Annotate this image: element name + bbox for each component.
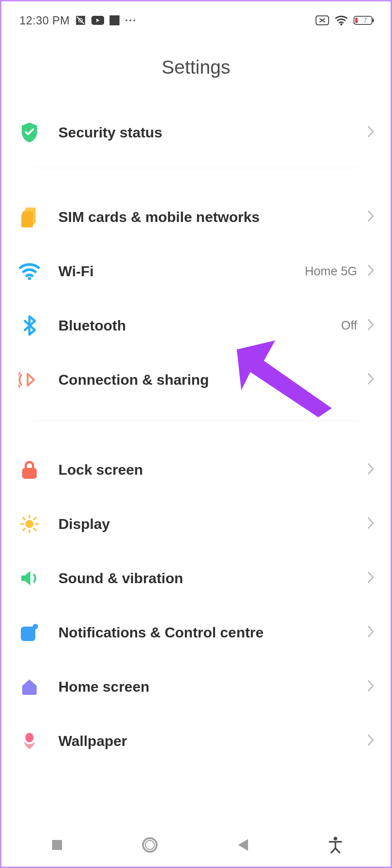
settings-item-display[interactable]: Display: [18, 497, 374, 551]
app-square-icon: [110, 15, 120, 25]
shield-check-icon: [18, 122, 41, 143]
item-label: Lock screen: [41, 462, 367, 478]
chevron-right-icon: [367, 373, 374, 387]
chevron-right-icon: [367, 679, 374, 694]
chevron-right-icon: [367, 318, 374, 333]
svg-rect-8: [22, 468, 37, 479]
battery-level: 7: [363, 17, 367, 24]
svg-point-9: [25, 520, 33, 528]
chevron-right-icon: [367, 210, 374, 224]
svg-rect-5: [373, 19, 374, 22]
chevron-right-icon: [367, 462, 374, 477]
item-label: Security status: [41, 124, 367, 141]
svg-rect-6: [355, 18, 358, 23]
svg-line-16: [34, 518, 36, 519]
item-value: Home 5G: [305, 264, 357, 278]
settings-item-wifi[interactable]: Wi-Fi Home 5G: [18, 244, 374, 298]
item-label: Bluetooth: [41, 317, 341, 334]
svg-line-15: [34, 528, 36, 530]
item-label: Notifications & Control centre: [41, 624, 367, 641]
svg-rect-20: [52, 840, 62, 850]
speaker-icon: [18, 569, 41, 587]
settings-item-security[interactable]: Security status: [18, 105, 374, 160]
settings-item-home[interactable]: Home screen: [18, 660, 374, 714]
chevron-right-icon: [367, 125, 374, 140]
wifi-settings-icon: [18, 262, 41, 280]
nav-bar: [1, 823, 391, 867]
settings-item-sound[interactable]: Sound & vibration: [18, 551, 374, 605]
svg-point-19: [33, 624, 38, 629]
status-bar: 12:30 PM ··· 7: [1, 1, 391, 34]
notifications-icon: [18, 623, 41, 642]
item-label: Home screen: [41, 679, 367, 695]
item-label: Sound & vibration: [41, 570, 367, 587]
settings-item-lock[interactable]: Lock screen: [18, 443, 374, 497]
settings-item-bluetooth[interactable]: Bluetooth Off: [18, 298, 374, 353]
settings-item-sim[interactable]: SIM cards & mobile networks: [18, 190, 374, 244]
svg-point-23: [334, 837, 337, 840]
svg-point-7: [28, 277, 31, 280]
svg-line-17: [23, 528, 25, 530]
divider: [34, 420, 358, 421]
bluetooth-icon: [18, 315, 41, 336]
item-label: Wi-Fi: [41, 263, 305, 280]
battery-icon: 7: [354, 15, 374, 26]
item-label: SIM cards & mobile networks: [41, 209, 367, 226]
divider: [34, 168, 358, 168]
item-label: Wallpaper: [41, 733, 367, 750]
sun-icon: [18, 514, 41, 534]
chevron-right-icon: [367, 571, 374, 585]
settings-list: Security status SIM cards & mobile netwo…: [1, 105, 391, 768]
chevron-right-icon: [367, 734, 374, 748]
connection-sharing-icon: [18, 370, 41, 389]
lock-icon: [18, 460, 41, 480]
chevron-right-icon: [367, 264, 374, 278]
settings-item-connection[interactable]: Connection & sharing: [18, 353, 374, 407]
nav-accessibility-button[interactable]: [308, 829, 363, 861]
settings-item-notifications[interactable]: Notifications & Control centre: [18, 605, 374, 660]
youtube-icon: [91, 16, 104, 25]
svg-rect-18: [21, 627, 35, 641]
svg-line-14: [23, 518, 25, 519]
settings-item-wallpaper[interactable]: Wallpaper: [18, 714, 374, 768]
item-value: Off: [341, 319, 357, 333]
wifi-icon: [335, 15, 348, 26]
sync-disabled-icon: [75, 15, 86, 26]
item-label: Display: [41, 516, 367, 533]
sim-cards-icon: [18, 207, 41, 227]
home-icon: [18, 678, 41, 696]
no-sim-icon: [316, 15, 329, 25]
svg-point-22: [145, 840, 154, 849]
status-time: 12:30 PM: [19, 14, 70, 27]
chevron-right-icon: [367, 625, 374, 640]
svg-point-3: [340, 24, 342, 25]
flower-icon: [18, 731, 41, 751]
chevron-right-icon: [367, 517, 374, 531]
nav-home-button[interactable]: [123, 829, 177, 861]
item-label: Connection & sharing: [41, 372, 367, 388]
page-title: Settings: [1, 57, 391, 78]
nav-recents-button[interactable]: [30, 829, 84, 861]
nav-back-button[interactable]: [215, 829, 270, 861]
